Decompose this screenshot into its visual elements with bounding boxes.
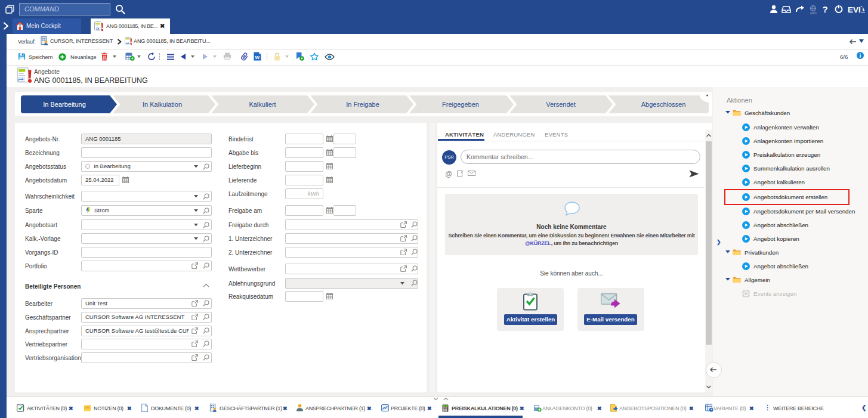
svg-text:Freigegeben: Freigegeben: [442, 101, 479, 108]
svg-text:Versendet: Versendet: [546, 101, 576, 108]
svg-text:Kalkuliert: Kalkuliert: [249, 101, 276, 108]
svg-text:W: W: [255, 55, 260, 60]
svg-text:Abgeschlossen: Abgeschlossen: [641, 101, 686, 108]
svg-text:In Kalkulation: In Kalkulation: [143, 101, 182, 108]
svg-text:In Freigabe: In Freigabe: [346, 101, 379, 108]
svg-text:?: ?: [822, 4, 827, 14]
svg-text:GRID: GRID: [810, 12, 817, 15]
svg-text:EVI: EVI: [848, 5, 861, 14]
svg-text:In Bearbeitung: In Bearbeitung: [43, 101, 86, 108]
